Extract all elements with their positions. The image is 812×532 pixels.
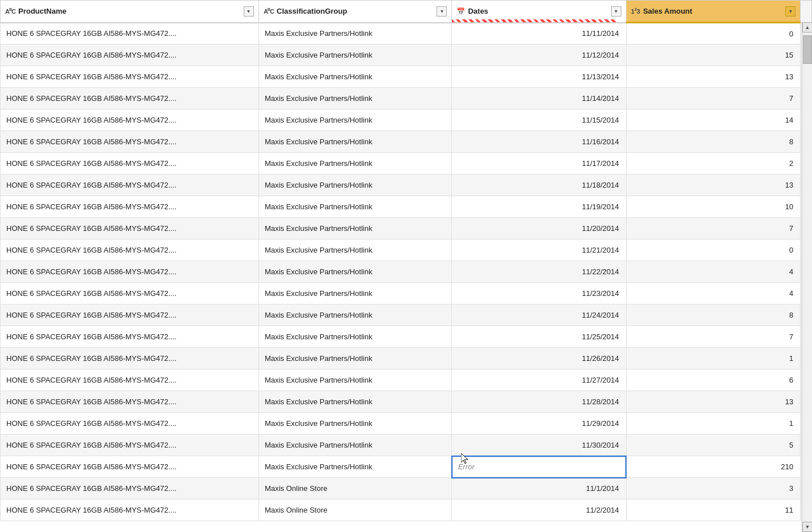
cell-classification: Maxis Exclusive Partners/Hotlink (258, 261, 451, 283)
cell-product: HONE 6 SPACEGRAY 16GB AI586-MYS-MG472...… (1, 196, 259, 218)
table-row: HONE 6 SPACEGRAY 16GB AI586-MYS-MG472...… (1, 218, 812, 239)
cell-classification: Maxis Exclusive Partners/Hotlink (258, 153, 451, 174)
cell-classification: Maxis Online Store (258, 478, 451, 499)
cell-classification: Maxis Exclusive Partners/Hotlink (258, 283, 451, 304)
cell-dates: 11/11/2014 (452, 23, 627, 44)
scroll-thumb[interactable] (803, 35, 812, 64)
cell-sales: 11 (626, 499, 801, 521)
table-row: HONE 6 SPACEGRAY 16GB AI586-MYS-MG472...… (1, 283, 812, 304)
cell-dates: 11/22/2014 (452, 261, 627, 283)
table-row: HONE 6 SPACEGRAY 16GB AI586-MYS-MG472...… (1, 391, 812, 413)
error-value: Error (458, 462, 475, 471)
cell-dates: 11/25/2014 (452, 326, 627, 348)
table-row: HONE 6 SPACEGRAY 16GB AI586-MYS-MG472...… (1, 153, 812, 174)
cell-product: HONE 6 SPACEGRAY 16GB AI586-MYS-MG472...… (1, 369, 259, 391)
cell-sales: 13 (626, 391, 801, 413)
cell-sales: 5 (626, 434, 801, 456)
cell-product: HONE 6 SPACEGRAY 16GB AI586-MYS-MG472...… (1, 174, 259, 196)
cell-sales: 3 (626, 478, 801, 499)
cell-sales: 15 (626, 44, 801, 66)
abc-icon-product: ABC (5, 7, 15, 15)
cell-classification: Maxis Exclusive Partners/Hotlink (258, 413, 451, 434)
cell-dates: 11/15/2014 (452, 109, 627, 131)
cell-dates: 11/29/2014 (452, 413, 627, 434)
abc-icon-classification: ABC (264, 7, 274, 15)
table-row: HONE 6 SPACEGRAY 16GB AI586-MYS-MG472...… (1, 348, 812, 369)
cell-product: HONE 6 SPACEGRAY 16GB AI586-MYS-MG472...… (1, 413, 259, 434)
cell-classification: Maxis Exclusive Partners/Hotlink (258, 434, 451, 456)
table-row: HONE 6 SPACEGRAY 16GB AI586-MYS-MG472...… (1, 44, 812, 66)
cell-sales: 8 (626, 304, 801, 326)
table-row: HONE 6 SPACEGRAY 16GB AI586-MYS-MG472...… (1, 413, 812, 434)
column-label-sales: Sales Amount (643, 7, 692, 15)
cell-classification: Maxis Exclusive Partners/Hotlink (258, 196, 451, 218)
scrollbar-header (801, 1, 812, 23)
cell-dates: 11/23/2014 (452, 283, 627, 304)
cell-product: HONE 6 SPACEGRAY 16GB AI586-MYS-MG472...… (1, 456, 259, 478)
table-row: HONE 6 SPACEGRAY 16GB AI586-MYS-MG472...… (1, 478, 812, 499)
column-label-dates: Dates (468, 7, 488, 15)
cell-sales: 14 (626, 109, 801, 131)
table-row: HONE 6 SPACEGRAY 16GB AI586-MYS-MG472...… (1, 88, 812, 109)
table-row: HONE 6 SPACEGRAY 16GB AI586-MYS-MG472...… (1, 109, 812, 131)
table-row: HONE 6 SPACEGRAY 16GB AI586-MYS-MG472...… (1, 434, 812, 456)
table-header-row: ABC ProductName ▾ ABC ClassificationGrou… (1, 1, 812, 23)
column-header-dates: 📅 Dates ▾ (452, 1, 627, 23)
cell-product: HONE 6 SPACEGRAY 16GB AI586-MYS-MG472...… (1, 88, 259, 109)
cell-product: HONE 6 SPACEGRAY 16GB AI586-MYS-MG472...… (1, 434, 259, 456)
column-header-sales: 123 Sales Amount ▾ (626, 1, 801, 23)
filter-button-product[interactable]: ▾ (244, 6, 254, 17)
column-header-product: ABC ProductName ▾ (1, 1, 259, 23)
table-row: HONE 6 SPACEGRAY 16GB AI586-MYS-MG472...… (1, 369, 812, 391)
cell-dates: 11/19/2014 (452, 196, 627, 218)
column-label-product: ProductName (18, 7, 67, 15)
cell-product: HONE 6 SPACEGRAY 16GB AI586-MYS-MG472...… (1, 499, 259, 521)
filter-button-classification[interactable]: ▾ (437, 6, 447, 17)
cell-dates: 11/20/2014 (452, 218, 627, 239)
cell-product: HONE 6 SPACEGRAY 16GB AI586-MYS-MG472...… (1, 153, 259, 174)
cell-sales: 7 (626, 88, 801, 109)
cell-sales: 0 (626, 239, 801, 261)
cell-classification: Maxis Exclusive Partners/Hotlink (258, 304, 451, 326)
cell-dates: 11/24/2014 (452, 304, 627, 326)
scroll-up-button[interactable]: ▲ (802, 22, 812, 33)
table-row: HONE 6 SPACEGRAY 16GB AI586-MYS-MG472...… (1, 261, 812, 283)
cell-product: HONE 6 SPACEGRAY 16GB AI586-MYS-MG472...… (1, 66, 259, 88)
table-row: HONE 6 SPACEGRAY 16GB AI586-MYS-MG472...… (1, 456, 812, 478)
filter-button-sales[interactable]: ▾ (785, 6, 795, 17)
data-table: ABC ProductName ▾ ABC ClassificationGrou… (0, 0, 812, 521)
data-table-container: ABC ProductName ▾ ABC ClassificationGrou… (0, 0, 812, 532)
cell-dates: 11/13/2014 (452, 66, 627, 88)
scroll-down-button[interactable]: ▼ (802, 522, 812, 532)
cell-sales: 7 (626, 218, 801, 239)
cell-classification: Maxis Exclusive Partners/Hotlink (258, 348, 451, 369)
cell-product: HONE 6 SPACEGRAY 16GB AI586-MYS-MG472...… (1, 239, 259, 261)
cell-dates: 11/12/2014 (452, 44, 627, 66)
cell-dates: 11/18/2014 (452, 174, 627, 196)
column-header-classification: ABC ClassificationGroup ▾ (258, 1, 451, 23)
cell-classification: Maxis Exclusive Partners/Hotlink (258, 131, 451, 153)
cell-sales: 0 (626, 23, 801, 44)
scroll-track[interactable] (802, 33, 812, 522)
cell-dates[interactable]: Error (452, 456, 627, 478)
error-stripe-dates (452, 19, 616, 22)
filter-button-dates[interactable]: ▾ (611, 6, 621, 17)
cell-product: HONE 6 SPACEGRAY 16GB AI586-MYS-MG472...… (1, 326, 259, 348)
cell-sales: 13 (626, 66, 801, 88)
calendar-icon-dates: 📅 (457, 7, 465, 15)
vertical-scrollbar[interactable]: ▲ ▼ (802, 22, 812, 532)
cell-product: HONE 6 SPACEGRAY 16GB AI586-MYS-MG472...… (1, 348, 259, 369)
cell-classification: Maxis Exclusive Partners/Hotlink (258, 66, 451, 88)
table-row: HONE 6 SPACEGRAY 16GB AI586-MYS-MG472...… (1, 239, 812, 261)
cell-dates: 11/21/2014 (452, 239, 627, 261)
table-body: HONE 6 SPACEGRAY 16GB AI586-MYS-MG472...… (1, 23, 812, 521)
cell-dates: 11/28/2014 (452, 391, 627, 413)
cell-classification: Maxis Exclusive Partners/Hotlink (258, 326, 451, 348)
cell-product: HONE 6 SPACEGRAY 16GB AI586-MYS-MG472...… (1, 304, 259, 326)
cell-dates: 11/17/2014 (452, 153, 627, 174)
cell-sales: 7 (626, 326, 801, 348)
table-row: HONE 6 SPACEGRAY 16GB AI586-MYS-MG472...… (1, 326, 812, 348)
cell-dates: 11/30/2014 (452, 434, 627, 456)
cell-sales: 210 (626, 456, 801, 478)
cell-classification: Maxis Exclusive Partners/Hotlink (258, 44, 451, 66)
